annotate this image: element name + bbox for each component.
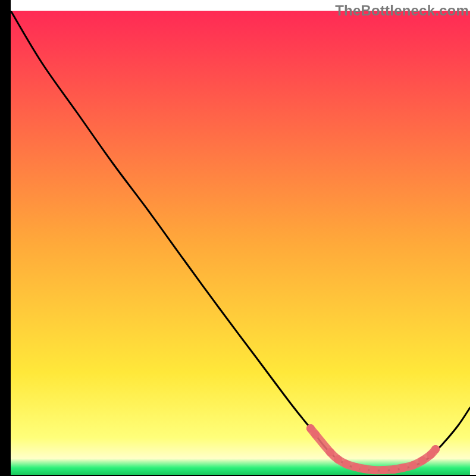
watermark: TheBottleneck.com bbox=[335, 2, 469, 19]
svg-point-7 bbox=[342, 460, 350, 468]
svg-point-14 bbox=[409, 461, 417, 469]
svg-point-12 bbox=[390, 465, 398, 474]
svg-point-11 bbox=[380, 466, 388, 474]
svg-point-13 bbox=[399, 464, 408, 472]
svg-point-5 bbox=[326, 448, 334, 456]
svg-point-10 bbox=[369, 466, 378, 474]
svg-point-6 bbox=[334, 455, 342, 464]
svg-point-9 bbox=[360, 465, 368, 473]
gradient-background bbox=[11, 11, 470, 475]
svg-point-15 bbox=[418, 456, 427, 465]
svg-point-8 bbox=[352, 463, 360, 471]
svg-rect-1 bbox=[0, 0, 11, 476]
svg-point-17 bbox=[431, 445, 440, 453]
chart-canvas: TheBottleneck.com bbox=[0, 0, 476, 476]
bottleneck-plot bbox=[0, 0, 476, 476]
svg-point-4 bbox=[311, 430, 320, 439]
